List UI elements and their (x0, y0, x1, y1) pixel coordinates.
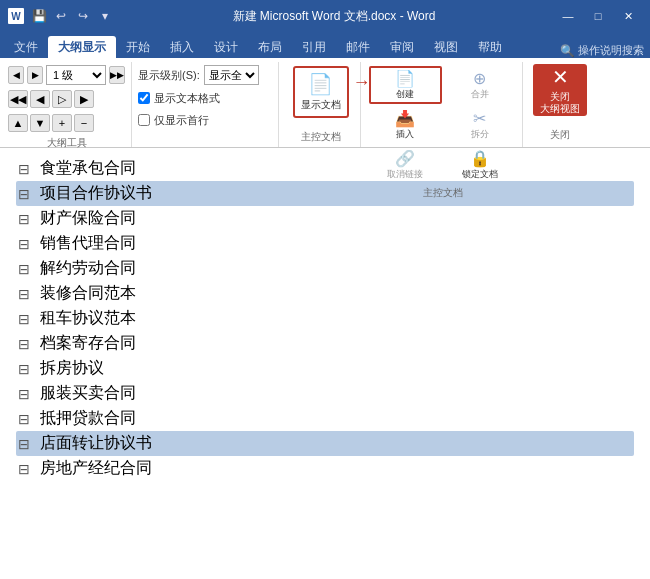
tab-references[interactable]: 引用 (292, 36, 336, 58)
master-doc-label: 主控文档 (369, 184, 516, 203)
create-button[interactable]: 📄 创建 (369, 66, 442, 104)
show-document-icon: 📄 (308, 72, 333, 96)
outline-item-text: 档案寄存合同 (40, 333, 136, 354)
show-document-button[interactable]: 📄 显示文档 (293, 66, 349, 118)
outline-item-text: 店面转让协议书 (40, 433, 152, 454)
search-box-area[interactable]: 🔍 操作说明搜索 (560, 43, 650, 58)
outline-item-text: 服装买卖合同 (40, 383, 136, 404)
search-label: 操作说明搜索 (578, 43, 644, 58)
outline-item-text: 项目合作协议书 (40, 183, 152, 204)
outline-collapse-icon: ⊟ (16, 161, 32, 177)
lock-icon: 🔒 (470, 149, 490, 168)
master-doc-content: ⊕ 合并 📄 创建 📥 插入 ✂ 拆分 🔗 取消链接 (369, 64, 516, 184)
show-level-row: 显示级别(S): 显示全部 (138, 64, 272, 86)
outline-item[interactable]: ⊟抵押贷款合同 (16, 406, 634, 431)
outline-item[interactable]: ⊟销售代理合同 (16, 231, 634, 256)
outline-item[interactable]: ⊟租车协议范本 (16, 306, 634, 331)
outline-collapse-icon: ⊟ (16, 261, 32, 277)
outline-tools-group: ◀ ▶ 1 级 ▶▶ ◀◀ ◀ ▷ ▶ ▲ ▼ + − 大纲工具 (4, 62, 132, 147)
merge-label: 合并 (471, 88, 489, 101)
split-button[interactable]: ✂ 拆分 (444, 106, 517, 144)
next-button[interactable]: ▶ (27, 66, 43, 84)
outline-item[interactable]: ⊟档案寄存合同 (16, 331, 634, 356)
level-select[interactable]: 1 级 (46, 65, 106, 85)
move-down-button[interactable]: ▼ (30, 114, 50, 132)
tab-view[interactable]: 视图 (424, 36, 468, 58)
show-formatting-checkbox[interactable] (138, 92, 150, 104)
quick-access-toolbar: 💾 ↩ ↪ ▾ (30, 7, 114, 25)
expand-button[interactable]: ▶▶ (109, 66, 125, 84)
demote-button[interactable]: ▶ (74, 90, 94, 108)
outline-collapse-icon: ⊟ (16, 211, 32, 227)
outline-item[interactable]: ⊟服装买卖合同 (16, 381, 634, 406)
outline-item[interactable]: ⊟拆房协议 (16, 356, 634, 381)
merge-icon: ⊕ (473, 69, 486, 88)
minimize-button[interactable]: — (554, 5, 582, 27)
close-group: ✕ 关闭大纲视图 关闭 (525, 62, 595, 147)
title-bar: W 💾 ↩ ↪ ▾ 新建 Microsoft Word 文档.docx - Wo… (0, 0, 650, 32)
outline-item-text: 财产保险合同 (40, 208, 136, 229)
master-document-group: ⊕ 合并 📄 创建 📥 插入 ✂ 拆分 🔗 取消链接 (363, 62, 523, 147)
search-icon: 🔍 (560, 44, 575, 58)
outline-item-text: 装修合同范本 (40, 283, 136, 304)
close-button[interactable]: ✕ (614, 5, 642, 27)
outline-item[interactable]: ⊟装修合同范本 (16, 281, 634, 306)
outline-collapse-icon: ⊟ (16, 386, 32, 402)
outline-item[interactable]: ⊟店面转让协议书 (16, 431, 634, 456)
redo-button[interactable]: ↪ (74, 7, 92, 25)
outline-item[interactable]: ⊟解约劳动合同 (16, 256, 634, 281)
promote-to-top-button[interactable]: ◀◀ (8, 90, 28, 108)
outline-collapse-icon: ⊟ (16, 336, 32, 352)
outline-collapse-icon: ⊟ (16, 311, 32, 327)
merge-button[interactable]: ⊕ 合并 (444, 66, 517, 104)
outline-collapse-icon: ⊟ (16, 186, 32, 202)
title-bar-left: W 💾 ↩ ↪ ▾ (8, 7, 114, 25)
create-icon: 📄 (395, 69, 415, 88)
close-outline-icon: ✕ (552, 65, 569, 89)
lock-button[interactable]: 🔒 锁定文档 (444, 146, 517, 184)
tab-outline[interactable]: 大纲显示 (48, 36, 116, 58)
prev-button[interactable]: ◀ (8, 66, 24, 84)
ribbon-body: ◀ ▶ 1 级 ▶▶ ◀◀ ◀ ▷ ▶ ▲ ▼ + − 大纲工具 (0, 58, 650, 148)
outline-item[interactable]: ⊟财产保险合同 (16, 206, 634, 231)
tab-layout[interactable]: 布局 (248, 36, 292, 58)
show-document-group-label: 主控文档 (301, 128, 341, 147)
outline-item[interactable]: ⊟食堂承包合同 (16, 156, 634, 181)
expand-content-button[interactable]: + (52, 114, 72, 132)
insert-button[interactable]: 📥 插入 (369, 106, 442, 144)
close-outline-button[interactable]: ✕ 关闭大纲视图 (533, 64, 587, 116)
show-level-label: 显示级别(S): (138, 68, 200, 83)
collapse-content-button[interactable]: − (74, 114, 94, 132)
unlink-button[interactable]: 🔗 取消链接 (369, 146, 442, 184)
outline-item-text: 租车协议范本 (40, 308, 136, 329)
promote-demote-row: ◀◀ ◀ ▷ ▶ (8, 88, 125, 110)
show-formatting-row: 显示文本格式 (138, 88, 272, 108)
tab-home[interactable]: 开始 (116, 36, 160, 58)
show-document-group: 📄 显示文档 → 主控文档 (281, 62, 361, 147)
outline-tools-content: ◀ ▶ 1 级 ▶▶ ◀◀ ◀ ▷ ▶ ▲ ▼ + − (8, 64, 125, 134)
customize-button[interactable]: ▾ (96, 7, 114, 25)
tab-design[interactable]: 设计 (204, 36, 248, 58)
outline-item[interactable]: ⊟房地产经纪合同 (16, 456, 634, 481)
show-first-line-row: 仅显示首行 (138, 110, 272, 130)
tab-review[interactable]: 审阅 (380, 36, 424, 58)
outline-tools-label: 大纲工具 (8, 134, 125, 153)
tab-file[interactable]: 文件 (4, 36, 48, 58)
demote-to-body-button[interactable]: ▷ (52, 90, 72, 108)
tab-help[interactable]: 帮助 (468, 36, 512, 58)
maximize-button[interactable]: □ (584, 5, 612, 27)
undo-button[interactable]: ↩ (52, 7, 70, 25)
show-first-line-label: 仅显示首行 (154, 113, 209, 128)
document-content: ⊟食堂承包合同⊟项目合作协议书⊟财产保险合同⊟销售代理合同⊟解约劳动合同⊟装修合… (0, 148, 650, 489)
close-group-label: 关闭 (550, 126, 570, 145)
save-button[interactable]: 💾 (30, 7, 48, 25)
window-title: 新建 Microsoft Word 文档.docx - Word (114, 8, 554, 25)
tab-insert[interactable]: 插入 (160, 36, 204, 58)
promote-button[interactable]: ◀ (30, 90, 50, 108)
move-up-button[interactable]: ▲ (8, 114, 28, 132)
tab-mailings[interactable]: 邮件 (336, 36, 380, 58)
close-outline-label: 关闭大纲视图 (540, 91, 580, 115)
show-first-line-checkbox[interactable] (138, 114, 150, 126)
show-level-select[interactable]: 显示全部 (204, 65, 259, 85)
outline-item[interactable]: ⊟项目合作协议书 (16, 181, 634, 206)
